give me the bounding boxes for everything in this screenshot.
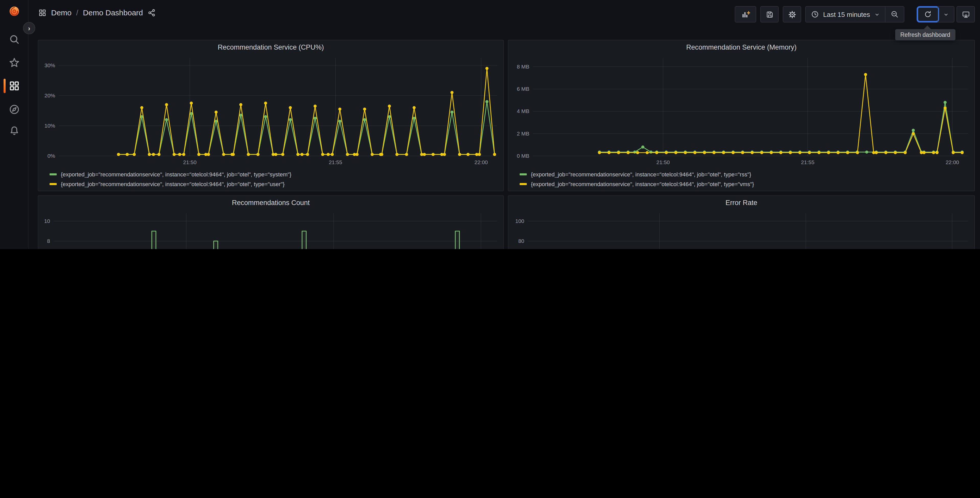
- share-icon[interactable]: [148, 8, 156, 17]
- legend-color-chip: [520, 173, 527, 175]
- legend-label: {exported_job="recommendationservice", i…: [61, 171, 291, 177]
- svg-text:21:50: 21:50: [183, 159, 197, 165]
- sidebar: [0, 0, 29, 249]
- legend-label: {exported_job="recommendationservice", i…: [531, 171, 751, 177]
- chart-canvas[interactable]: 21:5021:5522:000%10%20%30%: [38, 54, 503, 168]
- breadcrumb-separator: /: [76, 8, 78, 17]
- apps-grid-icon: [38, 8, 46, 17]
- zoom-out-icon: [891, 10, 899, 18]
- svg-text:21:55: 21:55: [801, 159, 815, 165]
- legend-color-chip: [49, 173, 57, 175]
- chevron-down-icon: [874, 11, 880, 17]
- time-range-picker[interactable]: Last 15 minutes: [806, 6, 885, 22]
- top-navbar: Demo / Demo Dashboard: [28, 0, 980, 29]
- panel-title[interactable]: Recommendation Service (CPU%): [38, 40, 503, 54]
- add-panel-button[interactable]: [735, 6, 756, 22]
- refresh-icon: [924, 10, 932, 18]
- legend-item[interactable]: {exported_job="recommendationservice", i…: [49, 169, 500, 179]
- explore-compass-icon[interactable]: [9, 104, 20, 115]
- chart-canvas[interactable]: 21:5021:5522:000246810: [38, 209, 503, 249]
- breadcrumb-dashboard[interactable]: Demo Dashboard: [83, 8, 143, 17]
- svg-text:30%: 30%: [45, 62, 55, 68]
- search-icon[interactable]: [9, 34, 20, 45]
- breadcrumb: Demo / Demo Dashboard: [38, 8, 156, 17]
- chevron-down-icon: [943, 11, 949, 17]
- svg-text:8 MB: 8 MB: [517, 64, 529, 70]
- clock-icon: [811, 10, 819, 18]
- svg-text:22:00: 22:00: [945, 159, 959, 165]
- starred-icon[interactable]: [9, 57, 20, 69]
- sidebar-expand-button[interactable]: ›: [23, 22, 35, 34]
- refresh-group: [918, 6, 955, 22]
- svg-text:10: 10: [44, 218, 50, 224]
- chart-canvas[interactable]: 21:5021:5522:000 MB2 MB4 MB6 MB8 MB: [508, 54, 974, 168]
- memory-chart[interactable]: 21:5021:5522:000 MB2 MB4 MB6 MB8 MB: [508, 54, 974, 168]
- panel-memory: Recommendation Service (Memory) 21:5021:…: [508, 40, 975, 191]
- svg-text:6 MB: 6 MB: [517, 86, 529, 92]
- time-range-label: Last 15 minutes: [823, 11, 870, 18]
- alerting-bell-icon[interactable]: [9, 125, 20, 137]
- panel-title[interactable]: Recommendation Service (Memory): [508, 40, 974, 54]
- time-picker-group: Last 15 minutes: [805, 6, 904, 22]
- svg-text:0%: 0%: [48, 153, 55, 159]
- svg-text:0 MB: 0 MB: [517, 153, 529, 159]
- breadcrumb-folder[interactable]: Demo: [51, 8, 72, 17]
- active-indicator: [3, 79, 6, 93]
- refresh-tooltip: Refresh dashboard: [895, 29, 956, 40]
- error-rate-chart[interactable]: 21:5021:5522:00020406080100: [508, 209, 974, 249]
- legend-item[interactable]: {exported_job="recommendationservice", i…: [49, 179, 500, 189]
- svg-text:4 MB: 4 MB: [517, 108, 529, 114]
- dashboard-settings-button[interactable]: [783, 6, 801, 22]
- refresh-dashboard-button[interactable]: [916, 6, 939, 22]
- cycle-view-button[interactable]: [956, 6, 975, 22]
- svg-text:21:55: 21:55: [329, 159, 342, 165]
- tooltip-text: Refresh dashboard: [900, 32, 950, 38]
- save-dashboard-button[interactable]: [760, 6, 779, 22]
- svg-text:10%: 10%: [45, 123, 55, 129]
- svg-text:80: 80: [519, 238, 524, 244]
- legend-item[interactable]: {exported_job="recommendationservice", i…: [520, 169, 971, 179]
- legend-item[interactable]: {exported_job="recommendationservice", i…: [520, 179, 971, 189]
- legend-label: {exported_job="recommendationservice", i…: [61, 181, 285, 187]
- panel-cpu: Recommendation Service (CPU%) 21:5021:55…: [38, 40, 504, 191]
- svg-text:2 MB: 2 MB: [517, 131, 529, 137]
- legend-color-chip: [520, 183, 527, 185]
- cpu-legend: {exported_job="recommendationservice", i…: [38, 169, 503, 189]
- svg-text:21:50: 21:50: [656, 159, 670, 165]
- cpu-chart[interactable]: 21:5021:5522:000%10%20%30%: [38, 54, 503, 168]
- panel-recommendations-count: Recommendations Count 21:5021:5522:00024…: [38, 195, 504, 249]
- grafana-logo[interactable]: [9, 6, 20, 17]
- legend-label: {exported_job="recommendationservice", i…: [531, 181, 754, 187]
- legend-color-chip: [49, 183, 57, 185]
- zoom-out-button[interactable]: [885, 6, 904, 22]
- refresh-interval-button[interactable]: [938, 6, 954, 22]
- sidebar-item-dashboards[interactable]: [9, 80, 20, 91]
- chart-canvas[interactable]: 21:5021:5522:00020406080100: [508, 209, 974, 249]
- panel-title[interactable]: Recommendations Count: [38, 196, 503, 209]
- grafana-dashboard: › Demo / Demo Dashboard: [0, 0, 980, 249]
- svg-text:20%: 20%: [45, 93, 55, 99]
- panel-error-rate: Error Rate 21:5021:5522:00020406080100 {…: [508, 195, 975, 249]
- svg-text:100: 100: [515, 218, 524, 224]
- memory-legend: {exported_job="recommendationservice", i…: [508, 169, 974, 189]
- panel-title[interactable]: Error Rate: [508, 196, 974, 209]
- svg-text:8: 8: [47, 238, 50, 244]
- recommendations-count-chart[interactable]: 21:5021:5522:000246810: [38, 209, 503, 249]
- svg-text:22:00: 22:00: [474, 159, 488, 165]
